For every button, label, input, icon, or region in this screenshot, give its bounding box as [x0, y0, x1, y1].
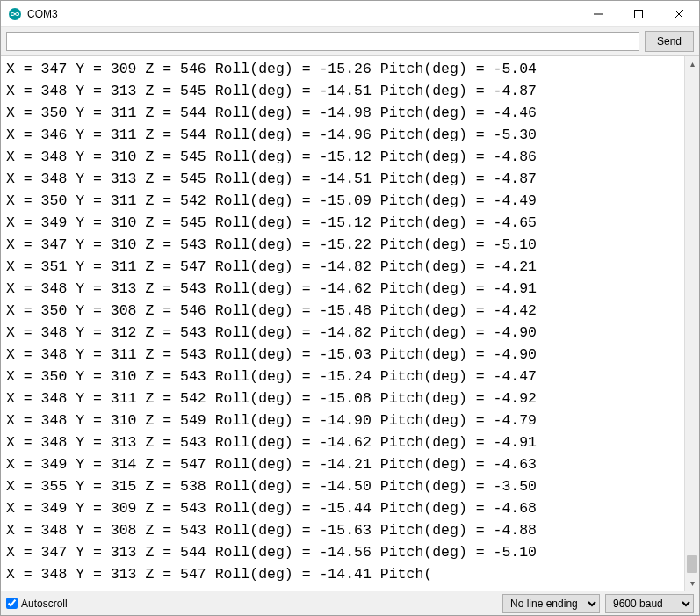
serial-line: X = 350 Y = 308 Z = 546 Roll(deg) = -15.… — [6, 300, 681, 322]
serial-line: X = 348 Y = 308 Z = 543 Roll(deg) = -15.… — [6, 519, 681, 541]
serial-line: X = 351 Y = 311 Z = 547 Roll(deg) = -14.… — [6, 256, 681, 278]
close-button[interactable] — [659, 1, 699, 27]
window-title: COM3 — [27, 8, 58, 20]
content-area: X = 347 Y = 309 Z = 546 Roll(deg) = -15.… — [1, 56, 699, 591]
serial-line: X = 348 Y = 313 Z = 545 Roll(deg) = -14.… — [6, 168, 681, 190]
serial-line: X = 355 Y = 315 Z = 538 Roll(deg) = -14.… — [6, 475, 681, 497]
serial-line: X = 348 Y = 313 Z = 543 Roll(deg) = -14.… — [6, 278, 681, 300]
serial-line: X = 349 Y = 309 Z = 543 Roll(deg) = -15.… — [6, 497, 681, 519]
serial-line: X = 348 Y = 312 Z = 543 Roll(deg) = -14.… — [6, 322, 681, 344]
serial-output[interactable]: X = 347 Y = 309 Z = 546 Roll(deg) = -15.… — [1, 56, 684, 591]
serial-line: X = 347 Y = 309 Z = 546 Roll(deg) = -15.… — [6, 58, 681, 80]
serial-line: X = 350 Y = 310 Z = 543 Roll(deg) = -15.… — [6, 366, 681, 388]
scrollbar-thumb[interactable] — [687, 555, 697, 573]
serial-line: X = 348 Y = 311 Z = 543 Roll(deg) = -15.… — [6, 344, 681, 366]
minimize-button[interactable] — [578, 1, 618, 27]
line-ending-select[interactable]: No line endingNewlineCarriage returnBoth… — [502, 594, 600, 613]
serial-line: X = 348 Y = 310 Z = 549 Roll(deg) = -14.… — [6, 409, 681, 431]
serial-line: X = 348 Y = 313 Z = 545 Roll(deg) = -14.… — [6, 80, 681, 102]
scroll-down-arrow-icon[interactable]: ▾ — [685, 576, 699, 591]
titlebar: COM3 — [1, 1, 699, 27]
serial-line: X = 348 Y = 311 Z = 542 Roll(deg) = -15.… — [6, 388, 681, 409]
serial-line: X = 350 Y = 311 Z = 542 Roll(deg) = -15.… — [6, 190, 681, 212]
svg-rect-2 — [635, 10, 643, 18]
vertical-scrollbar[interactable]: ▴ ▾ — [684, 56, 699, 591]
send-button[interactable]: Send — [645, 31, 694, 52]
serial-line: X = 347 Y = 313 Z = 544 Roll(deg) = -14.… — [6, 541, 681, 563]
send-bar: Send — [1, 27, 699, 56]
autoscroll-checkbox[interactable]: Autoscroll — [6, 598, 68, 610]
scroll-up-arrow-icon[interactable]: ▴ — [685, 56, 699, 71]
serial-line: X = 347 Y = 310 Z = 543 Roll(deg) = -15.… — [6, 234, 681, 256]
serial-line: X = 350 Y = 311 Z = 544 Roll(deg) = -14.… — [6, 102, 681, 124]
bottom-bar: Autoscroll No line endingNewlineCarriage… — [1, 591, 699, 615]
baud-select[interactable]: 300 baud1200 baud2400 baud4800 baud9600 … — [605, 594, 694, 613]
serial-line: X = 346 Y = 311 Z = 544 Roll(deg) = -14.… — [6, 124, 681, 146]
serial-line: X = 349 Y = 314 Z = 547 Roll(deg) = -14.… — [6, 453, 681, 475]
serial-monitor-window: COM3 Send X = 347 Y = 309 Z = 546 Roll(d… — [0, 0, 700, 616]
serial-line: X = 348 Y = 310 Z = 545 Roll(deg) = -15.… — [6, 146, 681, 168]
serial-line: X = 348 Y = 313 Z = 543 Roll(deg) = -14.… — [6, 431, 681, 453]
serial-line: X = 348 Y = 313 Z = 547 Roll(deg) = -14.… — [6, 563, 681, 585]
arduino-icon — [8, 7, 22, 21]
maximize-button[interactable] — [618, 1, 659, 27]
serial-send-input[interactable] — [6, 32, 639, 51]
autoscroll-label: Autoscroll — [21, 598, 68, 610]
serial-line: X = 349 Y = 310 Z = 545 Roll(deg) = -15.… — [6, 212, 681, 234]
autoscroll-input[interactable] — [6, 598, 18, 609]
